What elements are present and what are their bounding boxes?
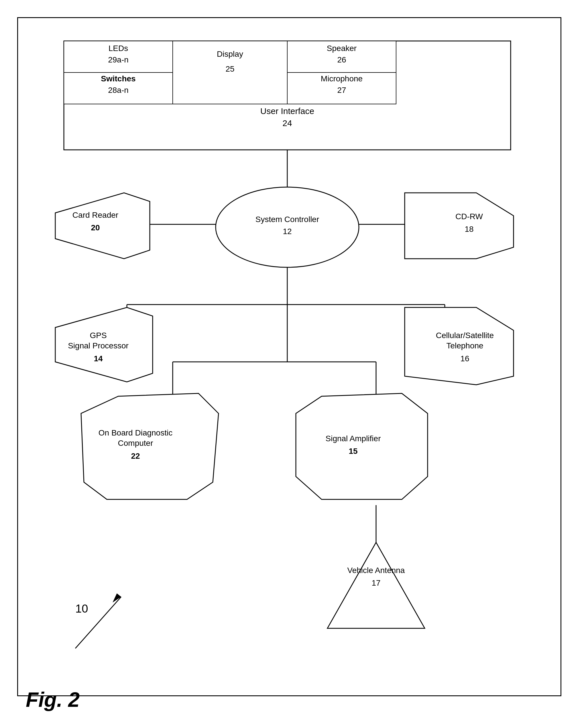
switches-label: Switches 28a-n: [64, 74, 173, 95]
diagram-border: LEDs 29a-n Switches 28a-n Display 25 Spe…: [17, 17, 561, 696]
svg-marker-27: [328, 542, 425, 628]
svg-marker-24: [405, 307, 513, 385]
leds-label: LEDs 29a-n: [64, 44, 173, 64]
svg-marker-22: [405, 193, 513, 259]
diagram-number: 10: [75, 602, 88, 615]
svg-marker-23: [55, 307, 153, 382]
svg-marker-21: [55, 193, 150, 259]
user-interface-label: User Interface 24: [64, 106, 511, 128]
display-label: Display 25: [173, 49, 287, 74]
svg-point-20: [216, 187, 359, 267]
figure-label: Fig. 2: [26, 688, 80, 712]
svg-marker-26: [296, 393, 427, 499]
speaker-label: Speaker 26: [287, 44, 396, 64]
svg-marker-25: [81, 393, 218, 499]
microphone-label: Microphone 27: [287, 74, 396, 95]
